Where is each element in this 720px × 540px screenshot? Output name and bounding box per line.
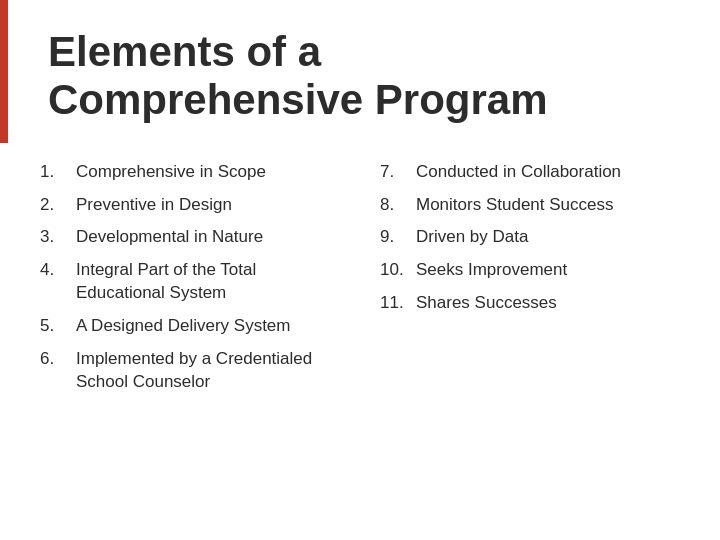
item-number: 4. <box>40 259 76 280</box>
item-text: Preventive in Design <box>76 194 340 217</box>
item-number: 3. <box>40 226 76 247</box>
item-text: Integral Part of the Total Educational S… <box>76 259 340 305</box>
list-item: 10.Seeks Improvement <box>380 259 680 282</box>
item-text: Comprehensive in Scope <box>76 161 340 184</box>
list-item: 5.A Designed Delivery System <box>40 315 340 338</box>
item-text: Conducted in Collaboration <box>416 161 680 184</box>
item-text: Seeks Improvement <box>416 259 680 282</box>
item-number: 1. <box>40 161 76 182</box>
item-number: 2. <box>40 194 76 215</box>
list-item: 11.Shares Successes <box>380 292 680 315</box>
item-number: 6. <box>40 348 76 369</box>
page-title: Elements of a Comprehensive Program <box>48 28 680 125</box>
list-item: 2.Preventive in Design <box>40 194 340 217</box>
list-item: 8.Monitors Student Success <box>380 194 680 217</box>
item-number: 7. <box>380 161 416 182</box>
list-item: 9.Driven by Data <box>380 226 680 249</box>
item-text: Driven by Data <box>416 226 680 249</box>
item-text: Monitors Student Success <box>416 194 680 217</box>
item-number: 11. <box>380 292 416 313</box>
list-item: 7.Conducted in Collaboration <box>380 161 680 184</box>
right-column: 7.Conducted in Collaboration8.Monitors S… <box>370 161 680 522</box>
list-item: 6.Implemented by a Credentialed School C… <box>40 348 340 394</box>
item-text: Shares Successes <box>416 292 680 315</box>
item-number: 10. <box>380 259 416 280</box>
item-text: A Designed Delivery System <box>76 315 340 338</box>
left-column: 1.Comprehensive in Scope2.Preventive in … <box>40 161 370 522</box>
page: Elements of a Comprehensive Program 1.Co… <box>0 0 720 540</box>
list-item: 3.Developmental in Nature <box>40 226 340 249</box>
item-number: 9. <box>380 226 416 247</box>
list-item: 4.Integral Part of the Total Educational… <box>40 259 340 305</box>
item-text: Implemented by a Credentialed School Cou… <box>76 348 340 394</box>
item-number: 8. <box>380 194 416 215</box>
content-area: 1.Comprehensive in Scope2.Preventive in … <box>0 143 720 540</box>
header: Elements of a Comprehensive Program <box>0 0 720 143</box>
list-item: 1.Comprehensive in Scope <box>40 161 340 184</box>
item-number: 5. <box>40 315 76 336</box>
item-text: Developmental in Nature <box>76 226 340 249</box>
